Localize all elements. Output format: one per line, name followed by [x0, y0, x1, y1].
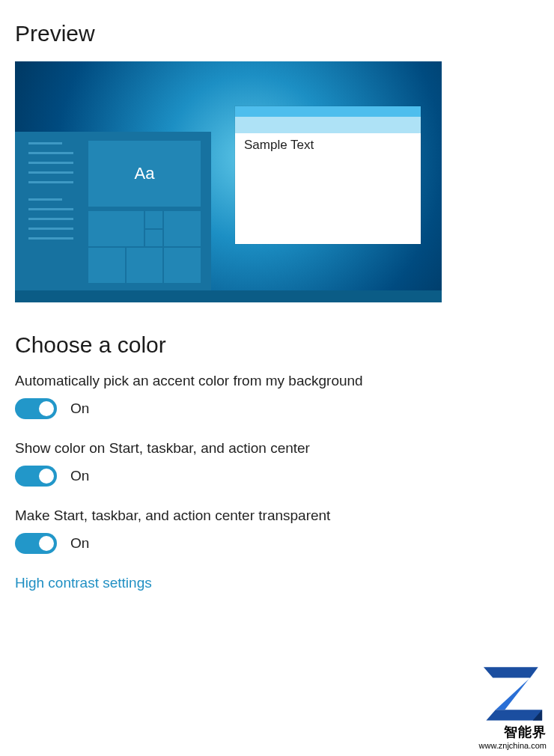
preview-start-list: [15, 132, 88, 290]
preview-start-menu: Aa: [15, 132, 211, 290]
show-color-label: Show color on Start, taskbar, and action…: [15, 440, 539, 457]
watermark: 智能界 www.znjchina.com: [479, 663, 547, 750]
preview-sample-window: Sample Text: [235, 106, 421, 244]
watermark-url: www.znjchina.com: [479, 741, 547, 750]
choose-color-heading: Choose a color: [15, 332, 539, 358]
preview-heading: Preview: [15, 21, 539, 46]
auto-accent-toggle[interactable]: [15, 398, 57, 419]
transparent-label: Make Start, taskbar, and action center t…: [15, 507, 539, 524]
svg-marker-0: [484, 667, 538, 677]
color-preview-thumbnail: Aa Sample Text: [15, 61, 442, 302]
show-color-toggle[interactable]: [15, 466, 57, 487]
auto-accent-state: On: [70, 400, 89, 417]
transparent-state: On: [70, 535, 89, 552]
transparent-toggle[interactable]: [15, 533, 57, 554]
preview-start-tiles: Aa: [88, 132, 211, 290]
preview-sample-window-text: Sample Text: [235, 133, 421, 157]
watermark-brand: 智能界: [479, 723, 547, 741]
preview-tile-text: Aa: [88, 141, 201, 207]
show-color-state: On: [70, 468, 89, 484]
high-contrast-link[interactable]: High contrast settings: [15, 575, 152, 591]
svg-marker-2: [486, 710, 542, 720]
preview-taskbar: [15, 290, 442, 302]
watermark-logo-icon: [479, 663, 547, 723]
auto-accent-label: Automatically pick an accent color from …: [15, 373, 539, 389]
